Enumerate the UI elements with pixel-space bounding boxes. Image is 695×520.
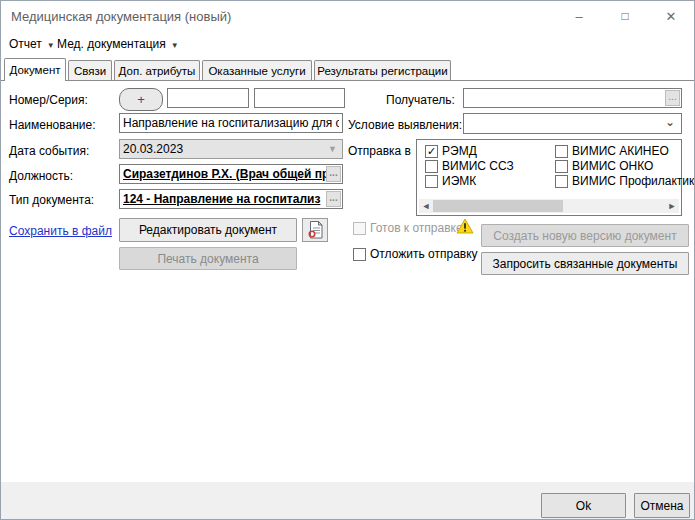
postpone-send-label: Отложить отправку: [370, 247, 478, 261]
position-field[interactable]: Сиразетдинов Р.Х. (Врач общей пр ...: [119, 164, 343, 184]
close-icon[interactable]: ✕: [648, 1, 694, 31]
ellipsis-icon[interactable]: ...: [326, 191, 341, 207]
event-date-label: Дата события:: [9, 144, 89, 158]
menu-report-label: Отчет: [9, 37, 42, 51]
recipient-field[interactable]: ...: [463, 88, 682, 108]
tab-rendered-services[interactable]: Оказанные услуги: [202, 60, 312, 81]
minimize-icon[interactable]: –: [556, 1, 602, 31]
scroll-right-icon[interactable]: ►: [665, 199, 679, 213]
checkbox-unchecked-icon: [555, 145, 568, 158]
print-document-button: Печать документа: [119, 247, 297, 270]
checkbox-unchecked-icon: [353, 248, 366, 261]
number-input[interactable]: [167, 88, 249, 108]
event-date-combo: 20.03.2023 ▼: [119, 139, 343, 159]
chevron-down-icon: ▼: [171, 39, 179, 50]
menu-med-documentation[interactable]: Мед. документация ▼: [57, 37, 179, 51]
checkbox-vimis-ssz[interactable]: ВИМИС ССЗ: [425, 159, 514, 173]
send-to-label: Отправка в: [348, 144, 411, 158]
scrollbar-thumb[interactable]: [433, 200, 563, 212]
menubar: Отчет ▼ Мед. документация ▼: [1, 31, 694, 58]
name-label: Наименование:: [9, 118, 96, 132]
checkbox-vimis-onko[interactable]: ВИМИС ОНКО: [555, 159, 653, 173]
tab-links[interactable]: Связи: [68, 60, 112, 81]
scroll-left-icon[interactable]: ◄: [419, 199, 433, 213]
doc-type-field[interactable]: 124 - Направление на госпитализ ...: [119, 189, 343, 209]
cancel-button[interactable]: Отмена: [634, 493, 690, 518]
tab-document[interactable]: Документ: [4, 58, 66, 81]
ellipsis-icon[interactable]: ...: [665, 90, 680, 106]
ok-button[interactable]: Ok: [541, 493, 626, 518]
window-title: Медицинская документация (новый): [11, 9, 231, 24]
titlebar: Медицинская документация (новый) – □ ✕: [1, 1, 694, 31]
checkbox-vimis-akineo-label: ВИМИС АКИНЕО: [572, 144, 669, 158]
number-series-label: Номер/Серия:: [9, 93, 88, 107]
add-number-button[interactable]: +: [119, 88, 163, 111]
checkbox-vimis-ssz-label: ВИМИС ССЗ: [442, 159, 514, 173]
create-new-version-button: Создать новую версию документ: [481, 224, 689, 247]
condition-label: Условие выявления:: [348, 118, 462, 132]
open-document-file-button[interactable]: [302, 218, 328, 242]
document-stamp-icon: [308, 221, 323, 239]
checkbox-unchecked-icon: [353, 222, 366, 235]
menu-med-documentation-label: Мед. документация: [57, 37, 166, 51]
recipient-label: Получатель:: [386, 93, 455, 107]
event-date-value: 20.03.2023: [123, 142, 183, 156]
postpone-send-checkbox[interactable]: Отложить отправку: [353, 247, 478, 261]
name-input[interactable]: [119, 113, 343, 133]
menu-report[interactable]: Отчет ▼: [9, 37, 55, 51]
series-input[interactable]: [254, 88, 345, 108]
chevron-down-icon: ▼: [47, 39, 55, 50]
maximize-icon[interactable]: □: [602, 1, 648, 31]
chevron-down-icon: ▼: [324, 141, 341, 157]
doc-type-label: Тип документа:: [9, 193, 94, 207]
ready-to-send-checkbox: Готов к отправке: [353, 221, 463, 235]
edit-document-button[interactable]: Редактировать документ: [119, 218, 297, 242]
tab-registration-results[interactable]: Результаты регистрации: [314, 60, 451, 81]
doc-type-value: 124 - Направление на госпитализ: [123, 192, 320, 206]
chevron-down-icon: ⌄: [665, 115, 675, 129]
checkbox-vimis-akineo[interactable]: ВИМИС АКИНЕО: [555, 144, 669, 158]
medical-documentation-dialog: Медицинская документация (новый) – □ ✕ О…: [0, 0, 695, 520]
checkbox-unchecked-icon: [555, 160, 568, 173]
checkbox-remd-label: РЭМД: [442, 144, 477, 158]
position-label: Должность:: [9, 169, 73, 183]
position-value: Сиразетдинов Р.Х. (Врач общей пр: [123, 167, 329, 181]
checkbox-iemk-label: ИЭМК: [442, 174, 476, 188]
ready-to-send-label: Готов к отправке: [370, 221, 463, 235]
tab-additional-attributes[interactable]: Доп. атрибуты: [114, 60, 200, 81]
checkbox-unchecked-icon: [555, 175, 568, 188]
checkbox-unchecked-icon: [425, 160, 438, 173]
request-related-documents-button[interactable]: Запросить связанные документы: [481, 252, 689, 275]
checkbox-vimis-profilaktika[interactable]: ВИМИС Профилактик: [555, 174, 694, 188]
checkbox-vimis-onko-label: ВИМИС ОНКО: [572, 159, 653, 173]
send-to-group: ✓ РЭМД ВИМИС ССЗ ИЭМК ВИМИС АКИНЕО ВИМИС…: [416, 139, 682, 216]
checkbox-vimis-profilaktika-label: ВИМИС Профилактик: [572, 174, 694, 188]
ellipsis-icon[interactable]: ...: [326, 166, 341, 182]
send-to-scrollbar[interactable]: ◄ ►: [419, 199, 679, 213]
checkbox-iemk[interactable]: ИЭМК: [425, 174, 476, 188]
checkbox-remd[interactable]: ✓ РЭМД: [425, 144, 477, 158]
tab-content-document: Номер/Серия: Наименование: Дата события:…: [1, 80, 694, 482]
checkbox-unchecked-icon: [425, 175, 438, 188]
checkbox-checked-icon: ✓: [425, 145, 438, 158]
condition-combo[interactable]: ⌄: [463, 113, 682, 134]
checkmark-icon: ✓: [427, 146, 436, 157]
plus-icon: +: [137, 92, 145, 107]
save-to-file-link[interactable]: Сохранить в файл: [9, 224, 112, 238]
warning-icon: [456, 218, 474, 234]
